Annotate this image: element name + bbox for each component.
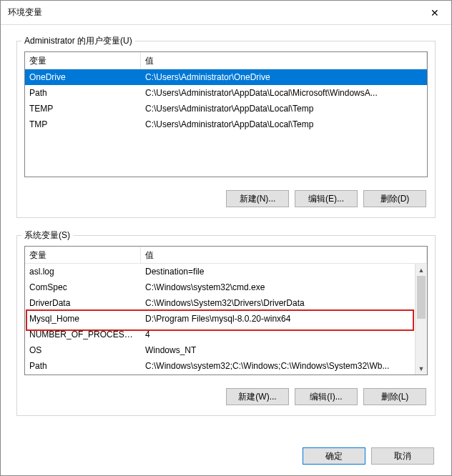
env-vars-dialog: 环境变量 ✕ Administrator 的用户变量(U) 变量 值 OneDr… [0, 0, 452, 476]
user-vars-label: Administrator 的用户变量(U) [21, 35, 135, 47]
cell-var-name: Mysql_Home [25, 311, 141, 327]
cell-var-value: C:\Windows\system32\cmd.exe [141, 279, 415, 295]
table-row[interactable]: ComSpecC:\Windows\system32\cmd.exe [25, 279, 415, 295]
cell-var-value: C:\Users\Administrator\OneDrive [141, 69, 427, 85]
cell-var-name: asl.log [25, 264, 141, 279]
scrollbar[interactable]: ▲ ▼ [415, 264, 427, 375]
table-row[interactable]: Mysql_HomeD:\Program Files\mysql-8.0.20-… [25, 311, 415, 327]
cell-var-name: ComSpec [25, 279, 141, 295]
close-button[interactable]: ✕ [418, 1, 451, 25]
cell-var-value: Windows_NT [141, 342, 415, 358]
cell-var-value: 4 [141, 327, 415, 342]
cancel-button[interactable]: 取消 [371, 447, 434, 465]
col-header-value[interactable]: 值 [141, 52, 427, 69]
sys-vars-label: 系统变量(S) [21, 229, 73, 242]
cell-var-value: Destination=file [141, 264, 415, 279]
user-vars-body: OneDriveC:\Users\Administrator\OneDriveP… [25, 69, 427, 177]
cell-var-value: C:\Windows\System32\Drivers\DriverData [141, 295, 415, 311]
sys-vars-header: 变量 值 [25, 247, 427, 264]
content-area: Administrator 的用户变量(U) 变量 值 OneDriveC:\U… [1, 25, 451, 440]
cell-var-value: C:\Users\Administrator\AppData\Local\Tem… [141, 116, 427, 132]
user-vars-table[interactable]: 变量 值 OneDriveC:\Users\Administrator\OneD… [24, 51, 428, 177]
cell-var-name: Path [25, 85, 141, 101]
cell-var-name: DriverData [25, 295, 141, 311]
table-row[interactable]: OneDriveC:\Users\Administrator\OneDrive [25, 69, 427, 85]
window-title: 环境变量 [8, 6, 42, 19]
col-header-name[interactable]: 变量 [25, 52, 141, 69]
col-header-name[interactable]: 变量 [25, 247, 141, 263]
scroll-thumb[interactable] [417, 276, 426, 319]
col-header-value[interactable]: 值 [141, 247, 427, 263]
table-row[interactable]: NUMBER_OF_PROCESSORS4 [25, 327, 415, 342]
user-edit-button[interactable]: 编辑(E)... [295, 190, 358, 207]
scroll-up-icon[interactable]: ▲ [416, 264, 427, 276]
table-row[interactable]: PathC:\Users\Administrator\AppData\Local… [25, 85, 427, 101]
sys-edit-button[interactable]: 编辑(I)... [295, 388, 358, 405]
user-delete-button[interactable]: 删除(D) [363, 190, 426, 207]
table-row[interactable]: OSWindows_NT [25, 342, 415, 358]
titlebar: 环境变量 ✕ [1, 1, 451, 25]
cell-var-name: OneDrive [25, 69, 141, 85]
cell-var-name: NUMBER_OF_PROCESSORS [25, 327, 141, 342]
user-new-button[interactable]: 新建(N)... [226, 190, 289, 207]
cell-var-name: TEMP [25, 101, 141, 116]
ok-button[interactable]: 确定 [303, 447, 365, 465]
dialog-buttons: 确定 取消 [1, 440, 451, 475]
sys-vars-body: asl.logDestination=fileComSpecC:\Windows… [25, 264, 427, 375]
user-vars-group: Administrator 的用户变量(U) 变量 值 OneDriveC:\U… [16, 41, 436, 218]
cell-var-name: Path [25, 358, 141, 374]
scroll-down-icon[interactable]: ▼ [416, 362, 427, 375]
user-vars-buttons: 新建(N)... 编辑(E)... 删除(D) [24, 177, 428, 210]
cell-var-value: C:\Windows\system32;C:\Windows;C:\Window… [141, 358, 415, 374]
sys-vars-table[interactable]: 变量 值 asl.logDestination=fileComSpecC:\Wi… [24, 246, 428, 375]
cell-var-name: TMP [25, 116, 141, 132]
table-row[interactable]: TEMPC:\Users\Administrator\AppData\Local… [25, 101, 427, 116]
cell-var-value: D:\Program Files\mysql-8.0.20-winx64 [141, 311, 415, 327]
table-row[interactable]: TMPC:\Users\Administrator\AppData\Local\… [25, 116, 427, 132]
close-icon: ✕ [431, 7, 439, 19]
table-row[interactable]: DriverDataC:\Windows\System32\Drivers\Dr… [25, 295, 415, 311]
table-row[interactable]: asl.logDestination=file [25, 264, 415, 279]
table-row[interactable]: PathC:\Windows\system32;C:\Windows;C:\Wi… [25, 358, 415, 374]
sys-delete-button[interactable]: 删除(L) [363, 388, 426, 405]
sys-vars-group: 系统变量(S) 变量 值 asl.logDestination=fileComS… [16, 235, 436, 416]
cell-var-name: OS [25, 342, 141, 358]
sys-vars-buttons: 新建(W)... 编辑(I)... 删除(L) [24, 375, 428, 408]
cell-var-value: C:\Users\Administrator\AppData\Local\Mic… [141, 85, 427, 101]
sys-new-button[interactable]: 新建(W)... [226, 388, 289, 405]
user-vars-header: 变量 值 [25, 52, 427, 69]
cell-var-value: C:\Users\Administrator\AppData\Local\Tem… [141, 101, 427, 116]
